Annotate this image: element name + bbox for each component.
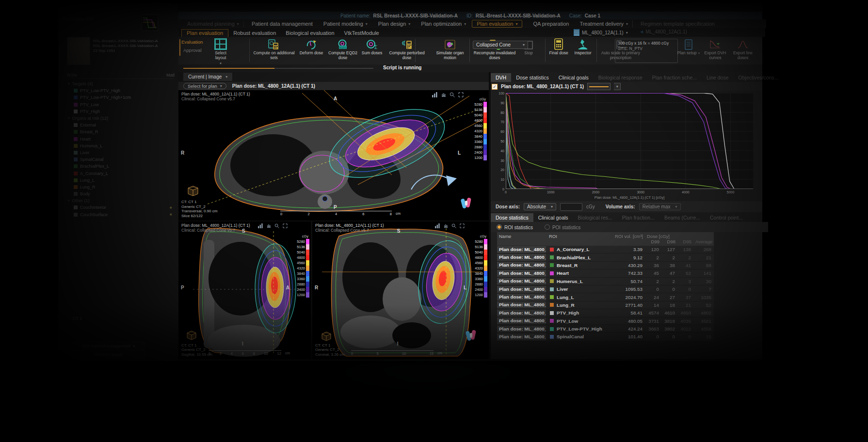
module-subtab[interactable]: VtkTestModule (339, 30, 384, 37)
ribbon-tab-approval[interactable]: Approval (183, 47, 202, 53)
ct-coronal-viewport[interactable]: Plan dose: ML_4800_12A(1.1) (CT 1) Clini… (312, 221, 489, 359)
plan-selector-secondary[interactable]: ◀ ML_4800_12A(1.1) (640, 29, 761, 34)
dvh-plot[interactable] (506, 93, 753, 189)
dose-axis-select[interactable]: Absolute▾ (524, 203, 556, 210)
panel-tab[interactable]: Plan fraction... (617, 213, 659, 222)
statistics-table-row[interactable]: Plan dose: ML_4800_1... Lung_L 2024.70 2… (497, 293, 714, 301)
panel-tab[interactable]: DVH (491, 73, 511, 82)
histogram-icon[interactable] (258, 223, 263, 228)
chevron-down-icon[interactable]: ▾ (68, 116, 70, 120)
simulate-organ-motion-button[interactable]: Simulate organ motion (431, 38, 469, 60)
statistics-table-row[interactable]: Plan dose: ML_4800_1... PTV_Low-PTV_High… (497, 325, 714, 333)
menu-item[interactable]: Automated planning ▾ (182, 20, 244, 28)
histogram-icon[interactable] (435, 223, 440, 228)
pan-hand-icon[interactable] (443, 223, 448, 228)
compute-eqd2-dose-button[interactable]: EQD2 Compute EQD2 dose (327, 38, 359, 60)
histogram-icon[interactable] (432, 92, 437, 97)
menu-item[interactable]: Plan evaluation ▾ (472, 20, 522, 28)
menu-item[interactable]: Patient data management (247, 20, 318, 28)
poi-statistics-radio[interactable]: POI statistics (545, 224, 580, 230)
roi-tree-item[interactable]: PTV_Low-PTV_High+1cm (67, 94, 175, 101)
statistics-table-row[interactable]: Plan dose: ML_4800_1... Lung_R 2771.40 1… (497, 301, 714, 309)
chevron-down-icon[interactable]: ▾ (614, 83, 621, 90)
inspector-button[interactable]: Inspector (571, 38, 595, 56)
ct-axial-viewport[interactable]: Plan dose: ML_4800_12A(1.1) (CT 1) Clini… (178, 90, 489, 221)
statistics-table-row[interactable]: Plan dose: ML_4800_1... SpinalCanal 101.… (497, 333, 714, 341)
pan-hand-icon[interactable] (266, 223, 271, 228)
menu-item[interactable]: Treatment delivery ▾ (575, 20, 633, 28)
expand-icon[interactable] (460, 223, 465, 228)
module-subtab[interactable]: Plan evaluation (181, 29, 228, 37)
panel-tab[interactable]: Beams (Curre... (659, 213, 705, 222)
dose-value-input[interactable] (560, 203, 582, 211)
roi-tree-item[interactable]: SpinalCanal (67, 156, 175, 163)
curve-style-swatch[interactable] (587, 83, 611, 90)
menu-item[interactable]: Plan optimization ▾ (416, 20, 471, 28)
roi-tree-item[interactable]: ▾ Organs at risk (12) (67, 115, 175, 122)
roi-tree-item[interactable]: Humerus_L (67, 142, 175, 149)
expand-icon[interactable] (458, 92, 464, 97)
roi-tree-item[interactable]: ▾ Other (1) (67, 197, 175, 204)
ribbon-tab-evaluation[interactable]: Evaluation (181, 39, 203, 45)
ct-sagittal-viewport[interactable]: Plan dose: ML_4800_12A(1.1) (CT 1) Clini… (178, 221, 311, 359)
roi-tree-item[interactable]: PTV_High (67, 108, 175, 115)
zoom-icon[interactable] (450, 92, 455, 97)
compute-perturbed-dose-button[interactable]: Compute perturbed dose (385, 38, 429, 60)
menu-item[interactable]: Patient modeling ▾ (319, 20, 372, 28)
roi-tree-item[interactable]: Breast_R (67, 128, 175, 135)
roi-tree-item[interactable]: External (67, 122, 175, 128)
module-subtab[interactable]: Biological evaluation (281, 30, 339, 37)
roi-tree-item[interactable]: PTV_Low-PTV_High (67, 87, 175, 94)
plan-selector-primary[interactable]: ML_4800_12A(1.1) ▾ (574, 29, 628, 36)
panel-tab[interactable]: Biological res... (573, 213, 617, 222)
panel-tab[interactable]: Plan fraction sche... (647, 73, 702, 82)
menu-item[interactable]: Regimen template specification (636, 20, 720, 28)
roi-material-management-button[interactable]: ROI material management▾ (72, 342, 145, 350)
roi-tree-item[interactable]: Liver (67, 149, 175, 156)
viewer-layout-tab[interactable]: Current | Image ▾ (183, 73, 232, 81)
roi-tree-item[interactable]: Body (67, 190, 175, 197)
statistics-table-row[interactable]: Plan dose: ML_4800_1... BrachialPlex_L 9… (497, 253, 714, 261)
statistics-table-row[interactable]: Plan dose: ML_4800_1... PTV_High 58.41 4… (497, 309, 714, 317)
zoom-icon[interactable] (451, 223, 456, 228)
roi-poi-details-button[interactable]: ROI/POI details (72, 350, 145, 359)
expand-icon[interactable] (283, 223, 288, 228)
sum-doses-button[interactable]: Σ Sum doses (361, 38, 383, 56)
roi-tree-item[interactable]: Lung_R (67, 184, 175, 190)
deform-dose-button[interactable]: Deform dose (298, 38, 325, 56)
roi-tree-item[interactable]: CouchSurface ★ (67, 211, 175, 218)
zoom-icon[interactable] (274, 223, 279, 228)
module-subtab[interactable]: Robust evaluation (228, 30, 281, 37)
select-layout-button[interactable]: Select layout ▾ (209, 38, 232, 66)
volume-axis-select[interactable]: Relative max▾ (639, 203, 681, 210)
select-for-plan-button[interactable]: Select for plan ▾ (183, 83, 226, 89)
pan-hand-icon[interactable] (441, 92, 446, 97)
roi-tree-item[interactable]: BrachialPlex_L (67, 163, 175, 170)
panel-tab[interactable]: Dose statistics (491, 213, 533, 222)
statistics-table-row[interactable]: Plan dose: ML_4800_1... PTV_Low 480.05 3… (497, 317, 714, 325)
statistics-table-row[interactable]: Plan dose: ML_4800_1... A_Coronary_L 3.3… (497, 246, 714, 253)
statistics-table-row[interactable]: Plan dose: ML_4800_1... Humerus_L 50.74 … (497, 278, 714, 285)
roi-tree-item[interactable]: Heart (67, 136, 175, 142)
statistics-table-row[interactable]: Plan dose: ML_4800_1... Liver 1095.53 0 … (497, 285, 714, 293)
panel-tab[interactable]: Dose statistics (511, 73, 554, 82)
final-dose-button[interactable]: Final dose (548, 38, 569, 56)
panel-tab[interactable]: Objectives/cons... (734, 73, 784, 82)
plan-dose-checkbox[interactable]: ✓ (492, 84, 498, 90)
roi-tree-item[interactable]: PTV_Low (67, 101, 175, 108)
menu-item[interactable]: Plan design ▾ (373, 20, 416, 28)
roi-statistics-radio[interactable]: ROI statistics (497, 224, 533, 230)
panel-tab[interactable]: Control point... (705, 213, 748, 222)
statistics-table-row[interactable]: Plan dose: ML_4800_1... Heart 742.33 45 … (497, 269, 714, 277)
panel-tab[interactable]: Line dose (702, 73, 734, 82)
compute-on-additional-sets-button[interactable]: Compute on additional sets (252, 38, 296, 60)
statistics-table-row[interactable]: Plan dose: ML_4800_1... Breast_R 430.29 … (497, 262, 714, 269)
roi-tree-item[interactable]: Lung_L (67, 177, 175, 184)
roi-tree-item[interactable]: CouchInterior ★ (67, 204, 175, 211)
dose-engine-dropdown[interactable]: Collapsed Cone ▾ (473, 41, 528, 49)
panel-tab[interactable]: Biological response (594, 73, 647, 82)
panel-tab[interactable]: Clinical goals (533, 213, 573, 222)
chevron-down-icon[interactable]: ▾ (68, 199, 70, 203)
panel-tab[interactable]: Clinical goals (554, 73, 594, 82)
roi-tree-item[interactable]: ▾ Targets (4) (67, 80, 175, 87)
